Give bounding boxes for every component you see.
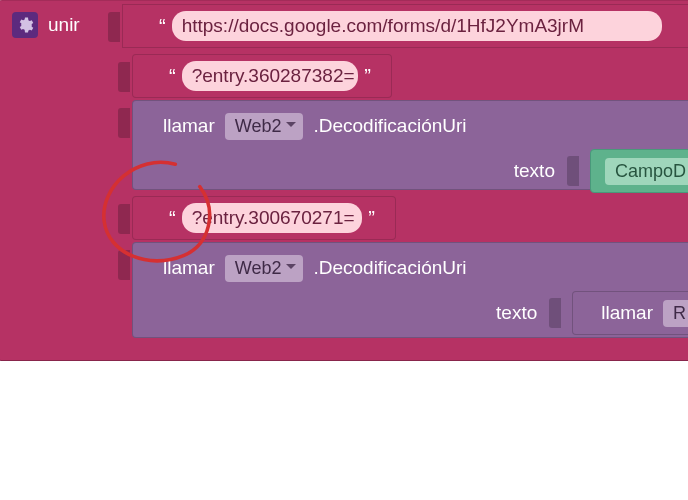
join-keyword: unir: [48, 14, 80, 36]
call-block-decode-1[interactable]: llamar Web2 .DecodificaciónUri texto Cam…: [132, 100, 688, 190]
arg-notch: [567, 156, 579, 186]
socket-notch: [118, 250, 130, 280]
call-method: .DecodificaciónUri: [313, 115, 466, 137]
close-quote-icon: ”: [364, 65, 371, 88]
arg-label-texto: texto: [496, 302, 537, 324]
component-dropdown[interactable]: Web2: [225, 255, 304, 282]
open-quote-icon: “: [169, 207, 176, 230]
inner-component-dropdown[interactable]: R: [663, 300, 688, 327]
join-block[interactable]: unir “ https://docs.google.com/forms/d/1…: [0, 0, 688, 361]
arg-label-texto: texto: [514, 160, 555, 182]
arg-notch: [549, 298, 561, 328]
socket-notch: [118, 62, 130, 92]
getter-block-field[interactable]: CampoD: [590, 149, 688, 193]
close-quote-icon: ”: [368, 207, 375, 230]
text-input-entry2[interactable]: ?entry.300670271=: [182, 203, 363, 233]
socket-row-1: “ https://docs.google.com/forms/d/1HfJ2Y…: [108, 4, 688, 48]
call-header: llamar Web2 .DecodificaciónUri: [163, 251, 688, 285]
socket-notch: [118, 204, 130, 234]
socket-row-5: llamar Web2 .DecodificaciónUri texto lla…: [118, 242, 688, 338]
component-dropdown[interactable]: Web2: [225, 113, 304, 140]
text-block-url[interactable]: “ https://docs.google.com/forms/d/1HfJ2Y…: [122, 4, 688, 48]
socket-row-2: “ ?entry.360287382= ”: [118, 54, 392, 98]
text-block-entry2[interactable]: “ ?entry.300670271= ”: [132, 196, 396, 240]
open-quote-icon: “: [159, 15, 166, 38]
call-header: llamar Web2 .DecodificaciónUri: [163, 109, 688, 143]
socket-row-4: “ ?entry.300670271= ”: [118, 196, 396, 240]
call-method: .DecodificaciónUri: [313, 257, 466, 279]
call-arg-row: texto CampoD: [163, 143, 688, 203]
getter-dropdown[interactable]: CampoD: [605, 158, 688, 185]
socket-row-3: llamar Web2 .DecodificaciónUri texto Cam…: [118, 100, 688, 190]
arg-slot: llamar R: [572, 291, 688, 335]
open-quote-icon: “: [169, 65, 176, 88]
socket-column: “ https://docs.google.com/forms/d/1HfJ2Y…: [108, 0, 686, 360]
call-arg-row: texto llamar R: [163, 285, 688, 345]
text-block-entry1[interactable]: “ ?entry.360287382= ”: [132, 54, 392, 98]
text-input-url[interactable]: https://docs.google.com/forms/d/1HfJ2YmA…: [172, 11, 662, 41]
call-keyword: llamar: [163, 115, 215, 137]
arg-slot: CampoD: [590, 149, 688, 193]
gear-icon[interactable]: [12, 12, 38, 38]
call-block-decode-2[interactable]: llamar Web2 .DecodificaciónUri texto lla…: [132, 242, 688, 338]
text-input-entry1[interactable]: ?entry.360287382=: [182, 61, 359, 91]
socket-notch: [118, 108, 130, 138]
call-keyword: llamar: [601, 302, 653, 324]
socket-notch: [108, 12, 120, 42]
inner-call-block[interactable]: llamar R: [572, 291, 688, 335]
call-keyword: llamar: [163, 257, 215, 279]
